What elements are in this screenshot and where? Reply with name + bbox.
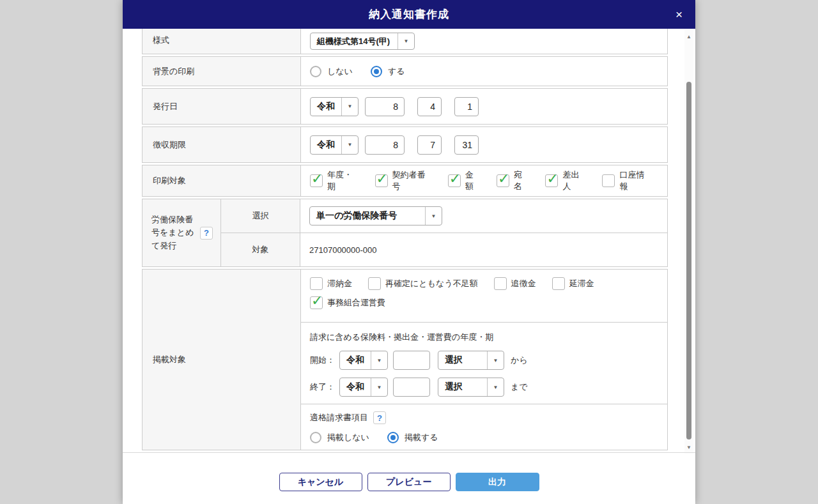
row-print-targets: 印刷対象 年度・期 契約者番号 金額 <box>142 165 668 197</box>
checkbox-label: 追徴金 <box>511 278 536 289</box>
radio-yes[interactable] <box>371 66 382 77</box>
due-date-month-input[interactable] <box>417 135 442 155</box>
due-date-era-select[interactable]: 令和 ▼ <box>310 135 359 155</box>
checkbox[interactable] <box>545 174 558 187</box>
chevron-down-icon[interactable]: ▼ <box>397 33 414 49</box>
row-insurance-number: 労働保険番号をまとめて発行 ? 選択 単一の労働保険番号 ▼ <box>142 199 668 267</box>
radio-yes-label: 掲載する <box>405 432 438 443</box>
end-suffix: まで <box>511 381 528 393</box>
scroll-down-icon[interactable]: ▼ <box>684 442 693 452</box>
background-print-option-yes[interactable]: する <box>371 66 405 77</box>
charge-fusokugaku[interactable]: 再確定にともなう不足額 <box>368 277 478 290</box>
checkbox[interactable] <box>368 277 381 290</box>
invoice-option-no[interactable]: 掲載しない <box>310 432 369 443</box>
checkbox[interactable] <box>448 174 461 187</box>
checkbox[interactable] <box>310 296 323 309</box>
preview-button[interactable]: プレビュー <box>367 473 451 491</box>
radio-yes[interactable] <box>387 432 399 443</box>
select-label: 選択 <box>221 199 300 233</box>
insurance-number-label-cell: 労働保険番号をまとめて発行 ? <box>143 199 221 266</box>
print-target-koza[interactable]: 口座情報 <box>602 169 651 192</box>
row-listing-targets: 掲載対象 滞納金 再確定にともなう不足額 <box>142 269 668 450</box>
start-suffix: から <box>511 355 528 366</box>
end-era-select[interactable]: 令和 ▼ <box>339 378 388 397</box>
charge-entaikin[interactable]: 延滞金 <box>552 277 594 290</box>
chevron-down-icon[interactable]: ▼ <box>371 351 387 369</box>
due-date-year-input[interactable] <box>365 135 405 155</box>
background-print-option-no[interactable]: しない <box>310 66 353 77</box>
term-select-value: 選択 <box>438 381 487 393</box>
issue-date-day-input[interactable] <box>454 97 479 116</box>
checkbox[interactable] <box>310 277 323 290</box>
checkbox-label: 再確定にともなう不足額 <box>385 278 478 289</box>
start-term-select[interactable]: 選択 ▼ <box>438 351 504 370</box>
form-table: 様式 組機様式第14号(甲) ▼ 背景の印刷 しない <box>142 29 668 452</box>
due-date-day-input[interactable] <box>454 135 479 155</box>
charge-uneihi[interactable]: 事務組合運営費 <box>310 296 385 309</box>
charge-tainokin[interactable]: 滞納金 <box>310 277 352 290</box>
issue-date-month-input[interactable] <box>417 97 442 116</box>
dialog-title: 納入通知書作成 <box>369 7 449 22</box>
row-style: 様式 組機様式第14号(甲) ▼ <box>142 29 668 54</box>
background-print-label: 背景の印刷 <box>143 57 301 86</box>
vertical-scrollbar[interactable]: ▲ ▼ <box>684 29 693 454</box>
help-icon[interactable]: ? <box>373 411 386 424</box>
print-target-keiyakusha[interactable]: 契約者番号 <box>375 169 432 192</box>
radio-no[interactable] <box>310 432 321 443</box>
print-targets-label: 印刷対象 <box>143 165 301 196</box>
invoice-option-yes[interactable]: 掲載する <box>387 432 438 443</box>
checkbox[interactable] <box>310 174 323 187</box>
radio-no-label: 掲載しない <box>327 432 369 443</box>
checkbox-label: 契約者番号 <box>392 169 432 192</box>
chevron-down-icon[interactable]: ▼ <box>341 98 358 116</box>
radio-no[interactable] <box>310 66 321 77</box>
print-target-atena[interactable]: 宛名 <box>497 169 529 192</box>
scroll-up-icon[interactable]: ▲ <box>684 31 693 42</box>
checkbox-label: 事務組合運営費 <box>327 297 385 309</box>
issue-date-era-select[interactable]: 令和 ▼ <box>310 97 359 116</box>
checkbox[interactable] <box>375 174 388 187</box>
cancel-button[interactable]: キャンセル <box>279 473 362 491</box>
footer-divider <box>123 452 695 453</box>
style-label: 様式 <box>143 29 301 54</box>
charge-tsuichokin[interactable]: 追徴金 <box>494 277 536 290</box>
issue-date-label: 発行日 <box>143 89 301 124</box>
start-year-input[interactable] <box>393 351 430 370</box>
chevron-down-icon[interactable]: ▼ <box>425 207 442 225</box>
print-target-sashidashinin[interactable]: 差出人 <box>545 169 586 192</box>
checkbox[interactable] <box>497 174 509 187</box>
close-icon[interactable]: × <box>672 0 686 29</box>
insurance-number-label: 労働保険番号をまとめて発行 <box>151 213 196 252</box>
listing-period-section: 請求に含める保険料・拠出金・運営費の年度・期 開始： 令和 ▼ 選択 <box>301 323 667 404</box>
row-due-date: 徴収期限 令和 ▼ <box>142 126 668 163</box>
issue-date-year-input[interactable] <box>365 97 405 116</box>
start-era-select[interactable]: 令和 ▼ <box>339 351 388 370</box>
checkbox[interactable] <box>602 174 615 187</box>
period-start-line: 開始： 令和 ▼ 選択 ▼ から <box>310 351 667 370</box>
end-label: 終了： <box>310 381 339 393</box>
period-end-line: 終了： 令和 ▼ 選択 ▼ まで <box>310 378 667 397</box>
insurance-number-select[interactable]: 単一の労働保険番号 ▼ <box>309 206 442 225</box>
end-term-select[interactable]: 選択 ▼ <box>438 378 504 397</box>
chevron-down-icon[interactable]: ▼ <box>371 378 387 396</box>
checkbox[interactable] <box>552 277 565 290</box>
era-value: 令和 <box>340 355 371 366</box>
chevron-down-icon[interactable]: ▼ <box>341 136 358 154</box>
output-button[interactable]: 出力 <box>456 473 539 491</box>
chevron-down-icon[interactable]: ▼ <box>487 378 504 396</box>
insurance-number-select-value: 単一の労働保険番号 <box>310 210 425 222</box>
checkbox-label: 金額 <box>465 169 481 192</box>
era-value: 令和 <box>311 101 341 112</box>
print-target-kingaku[interactable]: 金額 <box>448 169 481 192</box>
end-year-input[interactable] <box>393 378 430 397</box>
start-label: 開始： <box>310 355 339 366</box>
insurance-target-row: 対象 27107000000-000 <box>221 233 667 266</box>
checkbox[interactable] <box>494 277 507 290</box>
chevron-down-icon[interactable]: ▼ <box>487 351 504 369</box>
help-icon[interactable]: ? <box>200 227 213 240</box>
scrollbar-thumb[interactable] <box>686 82 691 439</box>
style-select[interactable]: 組機様式第14号(甲) ▼ <box>310 33 415 50</box>
listing-targets-label: 掲載対象 <box>143 270 301 450</box>
print-target-nendo[interactable]: 年度・期 <box>310 169 359 192</box>
style-select-value: 組機様式第14号(甲) <box>311 36 397 47</box>
